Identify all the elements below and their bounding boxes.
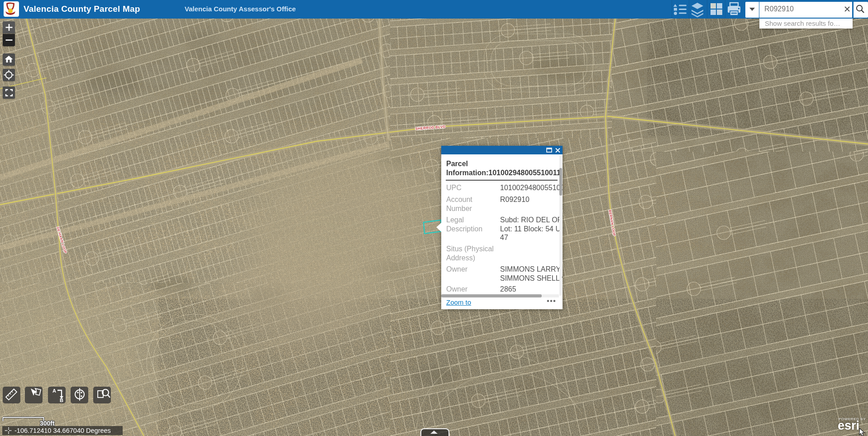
svg-text:A: A xyxy=(52,388,56,393)
svg-text:B: B xyxy=(60,398,63,403)
